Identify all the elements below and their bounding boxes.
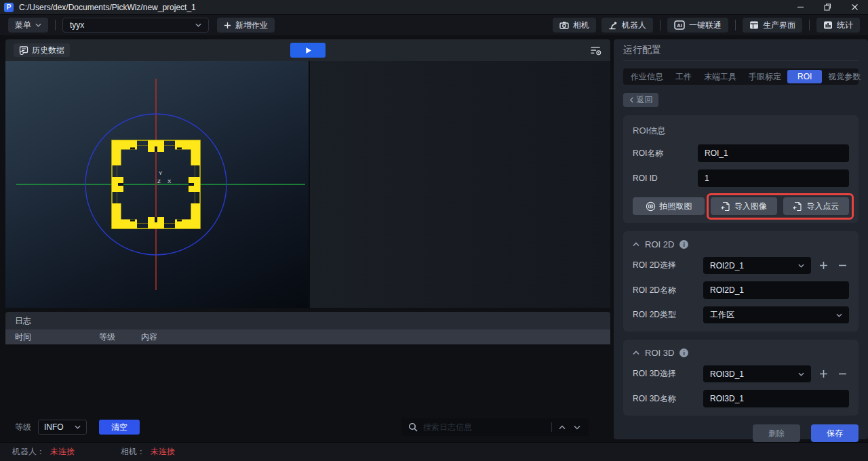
roi-id-input[interactable] bbox=[698, 169, 849, 187]
plus-icon bbox=[819, 369, 828, 378]
run-button[interactable] bbox=[290, 43, 326, 58]
toolbar-divider bbox=[809, 20, 810, 31]
camera-button[interactable]: 相机 bbox=[553, 18, 596, 33]
roi-2d-title: ROI 2D bbox=[645, 239, 674, 249]
delete-button[interactable]: 删除 bbox=[753, 424, 800, 442]
toolbar-divider bbox=[735, 20, 736, 31]
minimize-button[interactable] bbox=[787, 0, 814, 14]
menu-label: 菜单 bbox=[15, 20, 31, 31]
roi-2d-select-label: ROI 2D选择 bbox=[633, 260, 703, 271]
log-col-time: 时间 bbox=[5, 332, 99, 343]
production-grid-icon bbox=[749, 20, 759, 30]
view-settings-button[interactable] bbox=[590, 45, 602, 56]
collapse-chevron-up-icon[interactable] bbox=[633, 242, 639, 247]
tab-hand-eye-calibration[interactable]: 手眼标定 bbox=[743, 69, 787, 85]
filter-gear-icon bbox=[590, 45, 602, 56]
plus-icon bbox=[224, 22, 231, 29]
toolbar-divider bbox=[660, 20, 660, 31]
search-prev-button[interactable] bbox=[557, 424, 567, 431]
chevron-down-icon bbox=[35, 23, 41, 27]
info-icon[interactable] bbox=[679, 240, 688, 249]
main-toolbar: 菜单 tyyx 新增作业 相机 机器人 AI 一键联通 bbox=[0, 15, 868, 35]
secondary-viewport[interactable] bbox=[310, 61, 610, 308]
tab-workpiece[interactable]: 工件 bbox=[669, 69, 698, 85]
close-button[interactable] bbox=[841, 0, 868, 14]
roi-3d-select-value: ROI3D_1 bbox=[710, 369, 744, 379]
roi-2d-select-dropdown[interactable]: ROI2D_1 bbox=[703, 257, 811, 274]
log-level-dropdown[interactable]: INFO bbox=[38, 420, 87, 435]
3d-scene: Y Z X bbox=[5, 61, 309, 308]
new-job-button[interactable]: 新增作业 bbox=[217, 18, 275, 33]
restore-icon bbox=[824, 3, 831, 11]
3d-viewport[interactable]: Y Z X bbox=[5, 61, 309, 308]
robot-button[interactable]: 机器人 bbox=[601, 18, 653, 33]
minimize-icon bbox=[797, 3, 804, 11]
robot-arm-icon bbox=[608, 20, 618, 30]
ai-link-button[interactable]: AI 一键联通 bbox=[667, 18, 728, 33]
menu-button[interactable]: 菜单 bbox=[8, 18, 48, 33]
tab-job-info[interactable]: 作业信息 bbox=[625, 69, 669, 85]
import-file-icon bbox=[721, 201, 730, 211]
import-pointcloud-button[interactable]: 导入点云 bbox=[783, 197, 850, 215]
job-select-dropdown[interactable]: tyyx bbox=[62, 18, 209, 33]
roi-2d-type-dropdown[interactable]: 工作区 bbox=[703, 306, 849, 323]
collapse-chevron-up-icon[interactable] bbox=[633, 350, 639, 355]
camera-label: 相机 bbox=[573, 20, 589, 31]
roi-info-card: ROI信息 ROI名称 ROI ID 拍照取图 导入图像 bbox=[623, 115, 859, 223]
chevron-down-icon bbox=[75, 425, 81, 429]
back-button[interactable]: 返回 bbox=[623, 93, 658, 107]
roi-3d-name-input[interactable] bbox=[703, 390, 849, 407]
tab-roi[interactable]: ROI bbox=[787, 70, 822, 83]
roi-id-label: ROI ID bbox=[633, 174, 698, 183]
roi-2d-add-button[interactable] bbox=[816, 259, 830, 273]
info-icon[interactable] bbox=[679, 348, 688, 357]
svg-text:AI: AI bbox=[677, 22, 682, 28]
back-label: 返回 bbox=[637, 94, 653, 106]
axis-z-label: Z bbox=[157, 178, 161, 184]
tab-end-tool[interactable]: 末端工具 bbox=[698, 69, 743, 85]
roi-name-input[interactable] bbox=[698, 144, 849, 162]
import-file-icon bbox=[793, 201, 802, 211]
viewport-container: Y Z X bbox=[5, 61, 610, 308]
statistics-label: 统计 bbox=[837, 20, 853, 31]
save-button[interactable]: 保存 bbox=[811, 424, 859, 442]
chevron-down-icon bbox=[798, 372, 804, 376]
statusbar: 机器人： 未连接 相机： 未连接 bbox=[0, 442, 868, 461]
roi-2d-remove-button[interactable] bbox=[835, 259, 849, 273]
roi-3d-remove-button[interactable] bbox=[835, 367, 849, 381]
job-select-value: tyyx bbox=[70, 20, 84, 30]
log-col-content: 内容 bbox=[141, 332, 157, 343]
search-icon bbox=[408, 422, 418, 432]
bar-chart-icon bbox=[823, 20, 833, 30]
import-image-button[interactable]: 导入图像 bbox=[711, 197, 777, 215]
restore-button[interactable] bbox=[814, 0, 841, 14]
roi-2d-type-value: 工作区 bbox=[710, 309, 734, 321]
roi-3d-select-dropdown[interactable]: ROI3D_1 bbox=[703, 365, 811, 382]
capture-image-button[interactable]: 拍照取图 bbox=[633, 197, 705, 215]
roi-2d-select-value: ROI2D_1 bbox=[710, 261, 744, 270]
log-controls: 等级 INFO 清空 bbox=[5, 415, 610, 439]
roi-3d-select-label: ROI 3D选择 bbox=[633, 368, 703, 380]
search-next-button[interactable] bbox=[572, 424, 582, 431]
history-data-icon bbox=[19, 45, 28, 55]
log-level-value: INFO bbox=[44, 422, 64, 432]
tab-vision-params[interactable]: 视觉参数 bbox=[822, 69, 867, 85]
roi-2d-card: ROI 2D ROI 2D选择 ROI2D_1 ROI 2D名称 ROI 2D类… bbox=[623, 231, 859, 332]
log-col-level: 等级 bbox=[99, 332, 141, 343]
log-level-label: 等级 bbox=[15, 422, 31, 433]
roi-3d-add-button[interactable] bbox=[816, 367, 830, 381]
history-data-button[interactable]: 历史数据 bbox=[14, 43, 70, 57]
roi-2d-name-input[interactable] bbox=[703, 281, 849, 299]
roi-name-label: ROI名称 bbox=[633, 148, 698, 159]
window-controls bbox=[787, 0, 868, 14]
statistics-button[interactable]: 统计 bbox=[816, 18, 860, 33]
log-body bbox=[5, 344, 610, 415]
app-window: P C:/Users/dex/Documents/PickWiz/new_pro… bbox=[0, 0, 868, 461]
log-clear-button[interactable]: 清空 bbox=[99, 420, 140, 435]
chevron-up-icon bbox=[559, 425, 566, 430]
roi-info-title: ROI信息 bbox=[633, 125, 849, 137]
production-ui-button[interactable]: 生产界面 bbox=[743, 18, 802, 33]
panel-footer: 删除 保存 bbox=[623, 424, 859, 442]
log-search-input[interactable] bbox=[423, 422, 546, 432]
log-panel: 日志 时间 等级 内容 等级 INFO 清空 bbox=[5, 312, 610, 439]
